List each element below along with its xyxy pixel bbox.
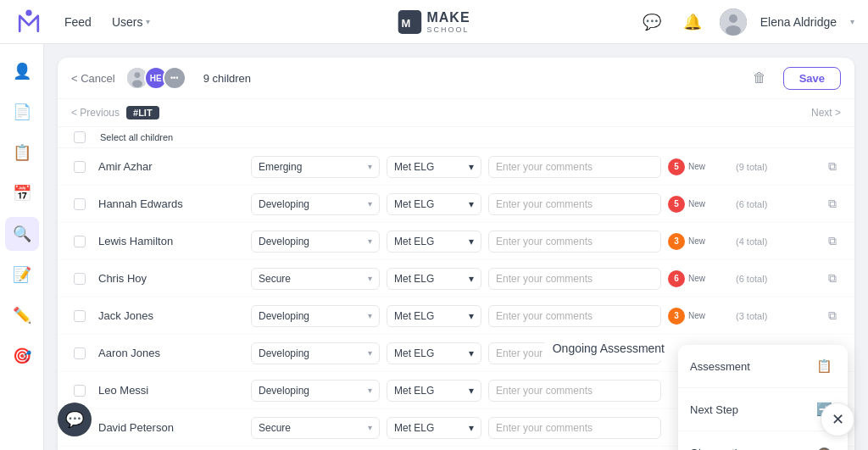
save-button[interactable]: Save (783, 67, 841, 90)
status-value-6: Developing (259, 385, 309, 397)
comment-input-2[interactable]: Enter your comments (488, 231, 661, 253)
feed-link[interactable]: Feed (64, 15, 92, 29)
sidebar-item-profile[interactable]: 👤 (5, 54, 39, 88)
comment-input-3[interactable]: Enter your comments (488, 268, 661, 290)
sidebar-item-edit[interactable]: ✏️ (5, 298, 39, 332)
user-name[interactable]: Elena Aldridge (760, 15, 837, 29)
badge-num-3: 6 (668, 270, 685, 287)
user-chevron-icon[interactable]: ▾ (850, 17, 854, 26)
student-name-7: David Peterson (95, 421, 248, 434)
assessment-item-assessment[interactable]: Assessment 📋 (678, 345, 848, 388)
svg-point-7 (134, 72, 140, 78)
elg-dropdown-6[interactable]: Met ELG ▾ (387, 380, 481, 402)
student-name-4: Jack Jones (95, 309, 248, 322)
status-dropdown-2[interactable]: Developing ▾ (251, 231, 380, 253)
badge-num-0: 5 (668, 158, 685, 175)
elg-dropdown-2[interactable]: Met ELG ▾ (387, 231, 481, 253)
status-chevron-1: ▾ (368, 199, 372, 208)
sidebar-item-search[interactable]: 🔍 (5, 217, 39, 251)
row-checkbox-0[interactable] (64, 161, 95, 173)
row-checkbox-3[interactable] (64, 273, 95, 285)
comment-input-1[interactable]: Enter your comments (488, 193, 661, 215)
status-chevron-5: ▾ (368, 348, 372, 358)
row-checkbox-5[interactable] (64, 347, 95, 359)
elg-value-2: Met ELG (394, 236, 434, 247)
children-count: 9 children (203, 72, 251, 85)
copy-button-3[interactable]: ⧉ (817, 271, 848, 286)
elg-dropdown-0[interactable]: Met ELG ▾ (387, 156, 481, 178)
status-dropdown-5[interactable]: Developing ▾ (251, 342, 380, 364)
assessment-panel[interactable]: Assessment 📋 Next Step ➡️ Observation 👁️ (678, 345, 848, 450)
badge-count-2: 3 New (665, 233, 732, 250)
copy-button-2[interactable]: ⧉ (817, 234, 848, 248)
comment-input-6[interactable]: Enter your comments (488, 380, 661, 402)
select-all-check[interactable] (64, 131, 95, 143)
elg-dropdown-1[interactable]: Met ELG ▾ (387, 193, 481, 215)
tag-badge[interactable]: #LIT (126, 106, 159, 119)
elg-dropdown-5[interactable]: Met ELG ▾ (387, 342, 481, 364)
student-name-0: Amir Azhar (95, 160, 248, 173)
table-row: Lewis Hamilton Developing ▾ Met ELG ▾ En… (58, 223, 854, 260)
sidebar-item-calendar[interactable]: 📅 (5, 176, 39, 210)
elg-dropdown-4[interactable]: Met ELG ▾ (387, 305, 481, 327)
cancel-button[interactable]: < Cancel (71, 72, 115, 85)
notes-icon: 📝 (13, 265, 31, 284)
elg-value-3: Met ELG (394, 273, 434, 285)
comment-input-0[interactable]: Enter your comments (488, 156, 661, 178)
panel-header: < Cancel HE ••• 9 children 🗑 Save (58, 58, 854, 99)
status-value-4: Developing (259, 310, 309, 322)
close-button[interactable]: ✕ (821, 403, 854, 436)
status-dropdown-3[interactable]: Secure ▾ (251, 268, 380, 290)
notifications-icon[interactable]: 🔔 (679, 8, 706, 36)
copy-button-0[interactable]: ⧉ (817, 159, 848, 174)
status-dropdown-0[interactable]: Emerging ▾ (251, 156, 380, 178)
copy-button-1[interactable]: ⧉ (817, 197, 848, 211)
badge-new-0: New (688, 162, 705, 171)
status-dropdown-6[interactable]: Developing ▾ (251, 380, 380, 402)
calendar-icon: 📅 (13, 184, 31, 203)
row-checkbox-1[interactable] (64, 198, 95, 210)
elg-chevron-5: ▾ (469, 347, 474, 359)
row-checkbox-6[interactable] (64, 385, 95, 397)
status-value-3: Secure (259, 273, 291, 285)
avatar[interactable] (720, 8, 747, 36)
copy-button-4[interactable]: ⧉ (817, 308, 848, 323)
comment-input-7[interactable]: Enter your comments (488, 417, 661, 439)
elg-value-6: Met ELG (394, 385, 434, 397)
elg-value-5: Met ELG (394, 347, 434, 359)
users-chevron-icon: ▾ (146, 17, 150, 26)
assessment-item-observation[interactable]: Observation 👁️ (678, 431, 848, 450)
next-button[interactable]: Next > (811, 107, 841, 119)
ongoing-assessment-label: Ongoing Assessment (544, 336, 673, 360)
row-checkbox-4[interactable] (64, 310, 95, 322)
edit-icon: ✏️ (13, 306, 31, 325)
student-name-5: Aaron Jones (95, 347, 248, 359)
users-link[interactable]: Users ▾ (112, 15, 151, 29)
brand-logo: M MAKE SCHOOL (398, 10, 470, 34)
nav-row: < Previous #LIT Next > (58, 99, 854, 127)
trash-icon[interactable]: 🗑 (753, 70, 766, 86)
profile-icon: 👤 (13, 62, 31, 81)
sidebar-item-target[interactable]: 🎯 (5, 339, 39, 373)
status-value-2: Developing (259, 236, 309, 247)
top-nav: Feed Users ▾ M MAKE SCHOOL 💬 🔔 Elena Ald… (0, 0, 868, 44)
chat-button[interactable]: 💬 (58, 403, 92, 436)
sidebar-item-clipboard[interactable]: 📋 (5, 136, 39, 169)
row-checkbox-2[interactable] (64, 236, 95, 247)
elg-dropdown-7[interactable]: Met ELG ▾ (387, 417, 481, 439)
status-dropdown-1[interactable]: Developing ▾ (251, 193, 380, 215)
messages-icon[interactable]: 💬 (638, 8, 665, 36)
sidebar-item-documents[interactable]: 📄 (5, 95, 39, 129)
prev-button[interactable]: < Previous (71, 107, 120, 119)
status-value-1: Developing (259, 198, 309, 210)
comment-input-4[interactable]: Enter your comments (488, 305, 661, 327)
avatar-more[interactable]: ••• (163, 66, 186, 90)
elg-dropdown-3[interactable]: Met ELG ▾ (387, 268, 481, 290)
student-name-1: Hannah Edwards (95, 197, 248, 210)
sidebar-item-notes[interactable]: 📝 (5, 258, 39, 292)
select-all-label[interactable]: Select all children (95, 129, 848, 146)
status-dropdown-7[interactable]: Secure ▾ (251, 417, 380, 439)
app-logo[interactable] (14, 7, 44, 37)
status-dropdown-4[interactable]: Developing ▾ (251, 305, 380, 327)
status-chevron-0: ▾ (368, 162, 372, 171)
